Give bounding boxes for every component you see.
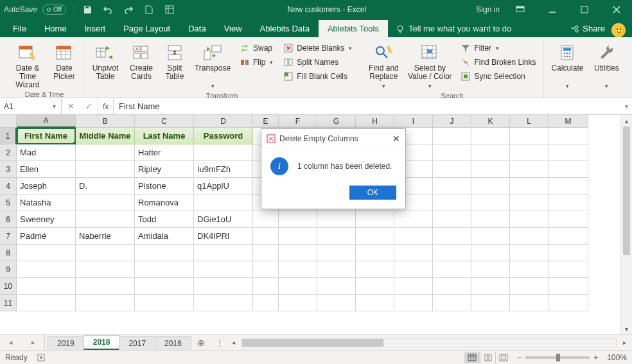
tab-page-layout[interactable]: Page Layout bbox=[114, 20, 179, 37]
cell[interactable] bbox=[433, 128, 471, 144]
cell[interactable] bbox=[194, 261, 253, 278]
select-all-corner[interactable] bbox=[0, 115, 17, 128]
cell[interactable] bbox=[76, 195, 135, 211]
minimize-icon[interactable] bbox=[541, 1, 564, 19]
cell[interactable] bbox=[394, 261, 433, 278]
row-header[interactable]: 1 bbox=[0, 128, 17, 144]
zoom-control[interactable]: − + 100% bbox=[517, 353, 627, 362]
new-doc-icon[interactable] bbox=[141, 2, 157, 17]
cell[interactable] bbox=[356, 245, 394, 261]
cell[interactable] bbox=[433, 228, 471, 245]
tab-view[interactable]: View bbox=[215, 20, 251, 37]
cell[interactable] bbox=[194, 144, 253, 161]
cell[interactable] bbox=[433, 211, 471, 228]
cell[interactable]: Mad bbox=[17, 144, 76, 161]
cell[interactable] bbox=[471, 245, 510, 261]
cell[interactable] bbox=[279, 245, 317, 261]
redo-icon[interactable] bbox=[121, 2, 136, 17]
tab-insert[interactable]: Insert bbox=[76, 20, 115, 37]
cell[interactable] bbox=[510, 195, 549, 211]
cell[interactable] bbox=[253, 261, 279, 278]
cell[interactable] bbox=[549, 228, 588, 245]
split-names-button[interactable]: Split Names bbox=[281, 56, 355, 68]
tab-split-handle[interactable]: ⋮ bbox=[213, 338, 226, 347]
cell[interactable]: Naberrie bbox=[76, 228, 135, 245]
close-icon[interactable] bbox=[605, 1, 628, 19]
cell[interactable] bbox=[194, 295, 253, 311]
cell[interactable] bbox=[510, 144, 549, 161]
cell[interactable] bbox=[356, 295, 394, 311]
cell[interactable]: Natasha bbox=[17, 195, 76, 211]
cell[interactable] bbox=[433, 278, 471, 295]
zoom-out-icon[interactable]: − bbox=[517, 353, 522, 362]
column-header[interactable]: F bbox=[279, 115, 317, 128]
cell[interactable] bbox=[433, 295, 471, 311]
delete-blanks-button[interactable]: Delete Blanks▾ bbox=[281, 42, 355, 54]
cell[interactable] bbox=[135, 295, 194, 311]
select-by-value-button[interactable]: Select by Value / Color ▾ bbox=[407, 40, 453, 91]
row-header[interactable]: 3 bbox=[0, 161, 17, 178]
cell[interactable] bbox=[549, 295, 588, 311]
column-header[interactable]: H bbox=[356, 115, 394, 128]
cell[interactable] bbox=[510, 228, 549, 245]
cell[interactable] bbox=[253, 295, 279, 311]
zoom-slider[interactable] bbox=[525, 356, 590, 359]
cell[interactable]: Joseph bbox=[17, 178, 76, 195]
row-header[interactable]: 6 bbox=[0, 211, 17, 228]
cell[interactable] bbox=[471, 211, 510, 228]
row-header[interactable]: 2 bbox=[0, 144, 17, 161]
tab-ablebits-tools[interactable]: Ablebits Tools bbox=[319, 20, 388, 37]
cell[interactable] bbox=[253, 211, 279, 228]
cell[interactable] bbox=[279, 261, 317, 278]
horizontal-scrollbar[interactable]: ⋮ ◂ ▸ bbox=[211, 335, 632, 350]
cell[interactable] bbox=[76, 161, 135, 178]
cell[interactable]: D. bbox=[76, 178, 135, 195]
cell[interactable] bbox=[433, 144, 471, 161]
cell[interactable] bbox=[76, 261, 135, 278]
scrollbar-thumb[interactable] bbox=[623, 126, 630, 255]
column-header[interactable]: C bbox=[135, 115, 194, 128]
cell[interactable] bbox=[279, 278, 317, 295]
cell[interactable] bbox=[510, 178, 549, 195]
feedback-smiley-icon[interactable]: 🙂 bbox=[611, 23, 626, 37]
scroll-right-icon[interactable]: ▸ bbox=[619, 339, 629, 346]
cell[interactable] bbox=[510, 245, 549, 261]
cell[interactable] bbox=[471, 144, 510, 161]
cell[interactable] bbox=[317, 278, 356, 295]
cell[interactable] bbox=[433, 178, 471, 195]
row-header[interactable]: 7 bbox=[0, 228, 17, 245]
sheet-tab[interactable]: 2017 bbox=[119, 336, 155, 350]
cell[interactable]: Romanova bbox=[135, 195, 194, 211]
create-cards-button[interactable]: A Create Cards bbox=[127, 40, 156, 82]
vertical-scrollbar[interactable]: ▴ ▾ bbox=[620, 115, 632, 334]
cell[interactable] bbox=[317, 295, 356, 311]
row-header[interactable]: 4 bbox=[0, 178, 17, 195]
ribbon-options-icon[interactable] bbox=[509, 1, 532, 19]
cell[interactable] bbox=[510, 161, 549, 178]
cell[interactable] bbox=[76, 144, 135, 161]
cell[interactable] bbox=[317, 261, 356, 278]
cell[interactable]: Amidala bbox=[135, 228, 194, 245]
cell[interactable] bbox=[76, 245, 135, 261]
cell[interactable] bbox=[433, 195, 471, 211]
row-header[interactable]: 11 bbox=[0, 295, 17, 311]
tell-me-search[interactable]: Tell me what you want to do bbox=[388, 20, 519, 37]
cell[interactable] bbox=[471, 278, 510, 295]
cell[interactable] bbox=[17, 261, 76, 278]
column-header[interactable]: A bbox=[17, 115, 76, 128]
row-header[interactable]: 10 bbox=[0, 278, 17, 295]
cell[interactable] bbox=[549, 144, 588, 161]
cell[interactable] bbox=[549, 278, 588, 295]
dialog-close-icon[interactable]: ✕ bbox=[392, 134, 400, 144]
cell[interactable]: Password bbox=[194, 128, 253, 144]
cell[interactable]: DK4IPRl bbox=[194, 228, 253, 245]
filter-button[interactable]: Filter▾ bbox=[458, 42, 538, 54]
cell[interactable] bbox=[510, 128, 549, 144]
macro-record-icon[interactable] bbox=[37, 353, 46, 362]
cell[interactable]: Ellen bbox=[17, 161, 76, 178]
cell[interactable]: q1ApplU bbox=[194, 178, 253, 195]
find-replace-button[interactable]: Find and Replace ▾ bbox=[365, 40, 401, 91]
utilities-button[interactable]: Utilities ▾ bbox=[590, 40, 622, 91]
cell[interactable] bbox=[549, 178, 588, 195]
cell[interactable] bbox=[253, 278, 279, 295]
